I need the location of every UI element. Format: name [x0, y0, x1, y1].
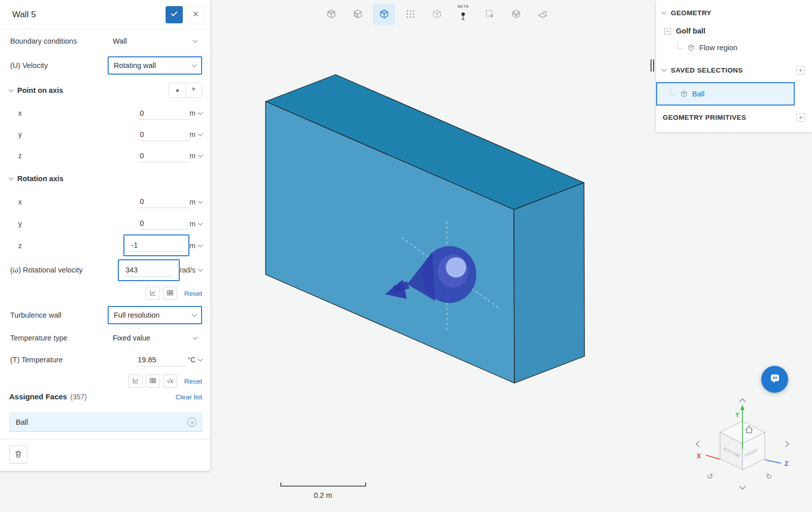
saved-selections-header-row[interactable]: SAVED SELECTIONS +	[656, 59, 812, 81]
z-axis-label: Z	[785, 460, 788, 467]
coord-axis-label: y	[18, 130, 31, 139]
unit-select[interactable]: m	[189, 242, 202, 250]
toggle-volumes-button[interactable]	[346, 4, 369, 25]
unit-label: m	[189, 109, 196, 117]
show-geometry-button[interactable]	[373, 4, 395, 25]
transparent-surfaces-button[interactable]	[426, 4, 448, 25]
table-input-button[interactable]	[163, 287, 177, 300]
apply-button[interactable]	[166, 6, 183, 23]
formula-input-button[interactable]: √x	[163, 374, 177, 388]
section-plane-button[interactable]	[531, 4, 554, 25]
orbit-up-chevron[interactable]	[739, 399, 745, 402]
chevron-down-icon	[662, 10, 667, 15]
point-y-input[interactable]	[139, 128, 189, 141]
unit-label: m	[189, 242, 196, 250]
geometry-cube-icon	[379, 9, 389, 21]
boundary-conditions-value: Wall	[113, 37, 127, 45]
table-icon	[149, 377, 156, 386]
turbulence-wall-select[interactable]: Full resolution	[108, 306, 202, 324]
chevron-down-icon	[9, 176, 14, 181]
support-chat-button[interactable]	[761, 366, 788, 393]
scale-bar: 0.2 m	[281, 483, 366, 499]
tree-item-flow-region[interactable]: Flow region	[656, 40, 812, 56]
panel-resize-handle[interactable]	[651, 59, 654, 72]
tree-item-golf-ball[interactable]: − Golf ball	[656, 22, 812, 40]
show-vertices-button[interactable]	[399, 4, 421, 25]
temperature-input[interactable]	[137, 354, 187, 366]
turbulence-wall-label: Turbulence wall	[10, 311, 108, 319]
probe-point-button[interactable]: BETA	[452, 4, 474, 25]
box-select-icon	[484, 9, 495, 21]
chevron-down-icon	[192, 62, 197, 67]
rotation-axis-section[interactable]: Rotation axis	[0, 166, 210, 191]
manual-point-button[interactable]	[169, 83, 185, 97]
rotation-z-input[interactable]	[130, 239, 183, 252]
rotate-cw-icon[interactable]: ↻	[766, 472, 772, 481]
box-right-face[interactable]	[514, 183, 584, 383]
point-z-input[interactable]	[139, 150, 189, 162]
tree-elbow	[677, 42, 683, 49]
boundary-condition-panel: Wall 5 Boundary conditions Wall (U) Velo…	[0, 0, 210, 471]
boundary-conditions-select[interactable]: Wall	[108, 33, 202, 49]
scene-tree-panel: GEOMETRY − Golf ball Flow region SAVED S…	[656, 0, 812, 132]
close-icon	[192, 10, 200, 19]
orbit-left-chevron[interactable]	[696, 441, 699, 447]
show-mesh-button[interactable]	[505, 4, 527, 25]
chart-input-button[interactable]	[146, 287, 160, 300]
unit-select[interactable]: m	[189, 109, 202, 117]
pick-point-button[interactable]	[185, 83, 202, 97]
velocity-type-value: Rotating wall	[114, 61, 156, 70]
reset-rotational-velocity-link[interactable]: Reset	[184, 290, 202, 297]
orbit-right-chevron[interactable]	[786, 441, 789, 447]
rotational-velocity-input[interactable]	[124, 264, 173, 277]
rotation-axis-title: Rotation axis	[17, 175, 63, 183]
mesh-cube-icon	[511, 9, 522, 21]
toggle-surfaces-button[interactable]	[320, 4, 342, 25]
velocity-label: (U) Velocity	[10, 61, 108, 70]
geometry-primitives-header-row[interactable]: GEOMETRY PRIMITIVES +	[656, 108, 812, 127]
assigned-face-chip[interactable]: Ball	[9, 413, 202, 432]
rotation-x-input[interactable]	[139, 195, 189, 208]
chevron-down-icon	[662, 67, 667, 72]
unit-label: m	[189, 220, 196, 228]
point-x-input[interactable]	[139, 107, 189, 120]
temperature-type-select[interactable]: Fixed value	[108, 330, 202, 346]
close-button[interactable]	[187, 6, 204, 23]
unit-select[interactable]: m	[189, 198, 202, 206]
collapse-minus-icon[interactable]: −	[664, 28, 671, 35]
geometry-header-row[interactable]: GEOMETRY	[656, 3, 812, 22]
beta-badge: BETA	[458, 4, 469, 9]
saved-selection-ball[interactable]: Ball	[656, 82, 795, 106]
orbit-down-chevron[interactable]	[739, 486, 745, 489]
x-axis-label: X	[697, 453, 701, 460]
point-on-axis-section[interactable]: Point on axis	[0, 78, 210, 103]
rotation-y-input[interactable]	[139, 217, 189, 230]
add-saved-selection-button[interactable]: +	[796, 66, 805, 75]
unit-select[interactable]: m	[189, 130, 202, 139]
unit-select[interactable]: m	[189, 220, 202, 228]
coord-axis-label: x	[18, 109, 31, 117]
chart-input-button[interactable]	[128, 374, 143, 388]
add-primitive-button[interactable]: +	[796, 113, 805, 122]
chevron-down-icon	[193, 335, 198, 340]
unit-label: m	[189, 198, 196, 206]
velocity-type-select[interactable]: Rotating wall	[108, 56, 202, 75]
chevron-down-icon	[9, 87, 14, 92]
clear-list-link[interactable]: Clear list	[175, 393, 202, 401]
reset-temperature-link[interactable]: Reset	[184, 378, 202, 385]
table-input-button[interactable]	[146, 374, 160, 388]
box-selection-button[interactable]	[478, 4, 501, 25]
remove-face-button[interactable]	[187, 418, 197, 427]
temperature-type-value: Fixed value	[113, 334, 150, 342]
geometry-root-label: Golf ball	[676, 27, 705, 35]
unit-select[interactable]: m	[189, 152, 202, 160]
rotate-ccw-icon[interactable]: ↺	[707, 472, 713, 481]
golf-ball-sphere	[446, 257, 466, 278]
view-cube[interactable]: BOTTOM FRONT Y X Z ↺ ↻	[696, 399, 789, 489]
flow-region-geometry[interactable]	[266, 75, 584, 383]
geometry-primitives-header: GEOMETRY PRIMITIVES	[663, 114, 746, 121]
delete-boundary-button[interactable]	[9, 446, 27, 464]
turbulence-wall-value: Full resolution	[114, 311, 159, 319]
unit-select[interactable]: rad/s	[180, 266, 202, 274]
unit-select[interactable]: °C	[187, 356, 202, 364]
